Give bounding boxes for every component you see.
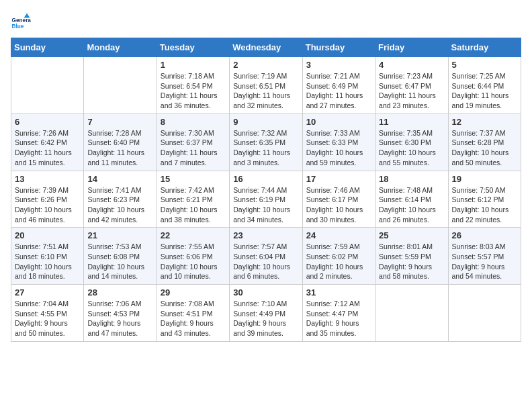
day-info: Sunrise: 7:41 AM Sunset: 6:23 PM Dayligh…	[87, 185, 152, 225]
day-number: 18	[379, 174, 444, 184]
day-number: 22	[161, 230, 226, 240]
logo: General Blue	[11, 11, 34, 31]
weekday-header: Friday	[375, 38, 448, 57]
day-number: 31	[306, 287, 371, 298]
day-info: Sunrise: 7:04 AM Sunset: 4:55 PM Dayligh…	[15, 299, 80, 338]
day-number: 10	[306, 117, 371, 127]
day-info: Sunrise: 7:46 AM Sunset: 6:17 PM Dayligh…	[306, 185, 371, 225]
day-info: Sunrise: 7:55 AM Sunset: 6:06 PM Dayligh…	[161, 242, 226, 281]
calendar-cell: 27Sunrise: 7:04 AM Sunset: 4:55 PM Dayli…	[11, 285, 84, 342]
calendar-cell: 21Sunrise: 7:53 AM Sunset: 6:08 PM Dayli…	[84, 228, 157, 285]
calendar-cell: 10Sunrise: 7:33 AM Sunset: 6:33 PM Dayli…	[302, 113, 375, 171]
day-info: Sunrise: 7:06 AM Sunset: 4:53 PM Dayligh…	[87, 299, 152, 338]
day-info: Sunrise: 7:23 AM Sunset: 6:47 PM Dayligh…	[379, 71, 444, 111]
calendar-cell: 5Sunrise: 7:25 AM Sunset: 6:44 PM Daylig…	[448, 57, 521, 114]
page-header: General Blue	[11, 11, 521, 31]
day-number: 24	[306, 230, 371, 240]
calendar-cell: 30Sunrise: 7:10 AM Sunset: 4:49 PM Dayli…	[230, 285, 302, 342]
calendar-cell: 8Sunrise: 7:30 AM Sunset: 6:37 PM Daylig…	[157, 113, 229, 171]
calendar-cell: 16Sunrise: 7:44 AM Sunset: 6:19 PM Dayli…	[230, 171, 302, 228]
day-info: Sunrise: 7:25 AM Sunset: 6:44 PM Dayligh…	[452, 71, 517, 111]
calendar-cell: 18Sunrise: 7:48 AM Sunset: 6:14 PM Dayli…	[375, 171, 448, 228]
day-info: Sunrise: 8:03 AM Sunset: 5:57 PM Dayligh…	[452, 242, 517, 281]
day-number: 8	[161, 117, 226, 127]
day-number: 17	[306, 174, 371, 184]
day-info: Sunrise: 7:42 AM Sunset: 6:21 PM Dayligh…	[161, 185, 226, 225]
calendar-cell: 31Sunrise: 7:12 AM Sunset: 4:47 PM Dayli…	[302, 285, 375, 342]
day-number: 27	[15, 287, 80, 298]
day-number: 3	[306, 60, 371, 70]
calendar-cell: 9Sunrise: 7:32 AM Sunset: 6:35 PM Daylig…	[230, 113, 302, 171]
svg-text:General: General	[12, 17, 32, 24]
day-info: Sunrise: 7:33 AM Sunset: 6:33 PM Dayligh…	[306, 128, 371, 168]
day-number: 15	[161, 174, 226, 184]
calendar-cell: 12Sunrise: 7:37 AM Sunset: 6:28 PM Dayli…	[448, 113, 521, 171]
day-number: 4	[379, 60, 444, 70]
day-info: Sunrise: 7:08 AM Sunset: 4:51 PM Dayligh…	[161, 299, 226, 338]
day-number: 30	[233, 287, 298, 298]
day-info: Sunrise: 7:51 AM Sunset: 6:10 PM Dayligh…	[15, 242, 80, 281]
calendar-cell: 6Sunrise: 7:26 AM Sunset: 6:42 PM Daylig…	[11, 113, 84, 171]
calendar-cell: 11Sunrise: 7:35 AM Sunset: 6:30 PM Dayli…	[375, 113, 448, 171]
day-number: 5	[452, 60, 517, 70]
calendar-cell: 14Sunrise: 7:41 AM Sunset: 6:23 PM Dayli…	[84, 171, 157, 228]
calendar-cell: 3Sunrise: 7:21 AM Sunset: 6:49 PM Daylig…	[302, 57, 375, 114]
weekday-header: Saturday	[448, 38, 521, 57]
day-number: 20	[15, 230, 80, 240]
calendar-cell: 15Sunrise: 7:42 AM Sunset: 6:21 PM Dayli…	[157, 171, 229, 228]
day-number: 29	[161, 287, 226, 298]
day-number: 7	[87, 117, 152, 127]
weekday-header: Sunday	[11, 38, 84, 57]
calendar-cell	[84, 57, 157, 114]
day-info: Sunrise: 7:10 AM Sunset: 4:49 PM Dayligh…	[233, 299, 298, 338]
svg-text:Blue: Blue	[12, 24, 24, 30]
day-number: 14	[87, 174, 152, 184]
calendar-cell: 2Sunrise: 7:19 AM Sunset: 6:51 PM Daylig…	[230, 57, 302, 114]
calendar-cell: 28Sunrise: 7:06 AM Sunset: 4:53 PM Dayli…	[84, 285, 157, 342]
logo-icon: General Blue	[11, 11, 31, 31]
calendar-week-row: 13Sunrise: 7:39 AM Sunset: 6:26 PM Dayli…	[11, 171, 521, 228]
day-number: 6	[15, 117, 80, 127]
calendar-week-row: 20Sunrise: 7:51 AM Sunset: 6:10 PM Dayli…	[11, 228, 521, 285]
day-number: 21	[87, 230, 152, 240]
calendar-cell: 7Sunrise: 7:28 AM Sunset: 6:40 PM Daylig…	[84, 113, 157, 171]
day-number: 11	[379, 117, 444, 127]
day-info: Sunrise: 7:37 AM Sunset: 6:28 PM Dayligh…	[452, 128, 517, 168]
day-info: Sunrise: 7:26 AM Sunset: 6:42 PM Dayligh…	[15, 128, 80, 168]
calendar-week-row: 6Sunrise: 7:26 AM Sunset: 6:42 PM Daylig…	[11, 113, 521, 171]
day-info: Sunrise: 7:59 AM Sunset: 6:02 PM Dayligh…	[306, 242, 371, 281]
day-info: Sunrise: 7:19 AM Sunset: 6:51 PM Dayligh…	[233, 71, 298, 111]
calendar-cell: 19Sunrise: 7:50 AM Sunset: 6:12 PM Dayli…	[448, 171, 521, 228]
weekday-header-row: SundayMondayTuesdayWednesdayThursdayFrid…	[11, 38, 521, 57]
day-info: Sunrise: 7:12 AM Sunset: 4:47 PM Dayligh…	[306, 299, 371, 338]
calendar-cell: 22Sunrise: 7:55 AM Sunset: 6:06 PM Dayli…	[157, 228, 229, 285]
weekday-header: Tuesday	[157, 38, 229, 57]
day-info: Sunrise: 7:53 AM Sunset: 6:08 PM Dayligh…	[87, 242, 152, 281]
calendar-cell: 20Sunrise: 7:51 AM Sunset: 6:10 PM Dayli…	[11, 228, 84, 285]
day-info: Sunrise: 7:18 AM Sunset: 6:54 PM Dayligh…	[161, 71, 226, 111]
weekday-header: Monday	[84, 38, 157, 57]
weekday-header: Thursday	[302, 38, 375, 57]
calendar-week-row: 27Sunrise: 7:04 AM Sunset: 4:55 PM Dayli…	[11, 285, 521, 342]
day-info: Sunrise: 7:57 AM Sunset: 6:04 PM Dayligh…	[233, 242, 298, 281]
calendar-cell: 25Sunrise: 8:01 AM Sunset: 5:59 PM Dayli…	[375, 228, 448, 285]
svg-marker-3	[24, 13, 30, 18]
day-number: 9	[233, 117, 298, 127]
day-info: Sunrise: 7:44 AM Sunset: 6:19 PM Dayligh…	[233, 185, 298, 225]
calendar-week-row: 1Sunrise: 7:18 AM Sunset: 6:54 PM Daylig…	[11, 57, 521, 114]
calendar-table: SundayMondayTuesdayWednesdayThursdayFrid…	[11, 38, 521, 342]
day-number: 25	[379, 230, 444, 240]
day-number: 19	[452, 174, 517, 184]
day-info: Sunrise: 7:39 AM Sunset: 6:26 PM Dayligh…	[15, 185, 80, 225]
calendar-cell: 26Sunrise: 8:03 AM Sunset: 5:57 PM Dayli…	[448, 228, 521, 285]
day-number: 1	[161, 60, 226, 70]
day-number: 28	[87, 287, 152, 298]
calendar-cell: 1Sunrise: 7:18 AM Sunset: 6:54 PM Daylig…	[157, 57, 229, 114]
calendar-cell: 4Sunrise: 7:23 AM Sunset: 6:47 PM Daylig…	[375, 57, 448, 114]
day-number: 2	[233, 60, 298, 70]
day-info: Sunrise: 7:30 AM Sunset: 6:37 PM Dayligh…	[161, 128, 226, 168]
calendar-cell: 24Sunrise: 7:59 AM Sunset: 6:02 PM Dayli…	[302, 228, 375, 285]
calendar-cell: 13Sunrise: 7:39 AM Sunset: 6:26 PM Dayli…	[11, 171, 84, 228]
weekday-header: Wednesday	[230, 38, 302, 57]
day-number: 23	[233, 230, 298, 240]
